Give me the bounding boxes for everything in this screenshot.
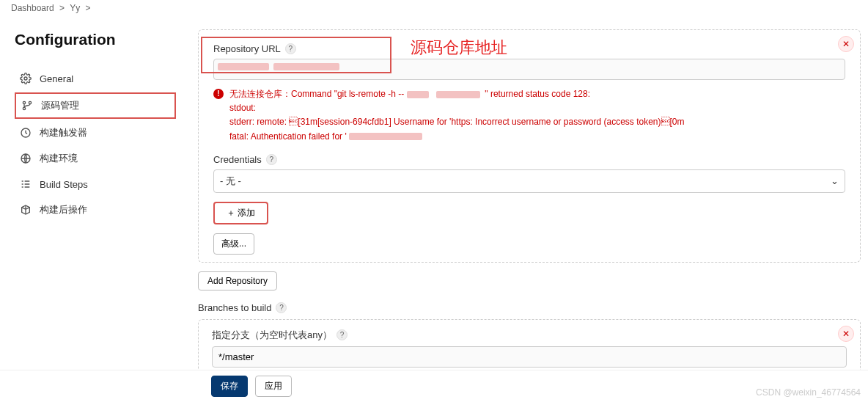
help-icon[interactable]: ? [285,43,296,54]
annotation-repo-label: 源码仓库地址 [411,37,507,59]
breadcrumb-sep: > [59,3,65,13]
sidebar-item-steps[interactable]: Build Steps [15,172,176,196]
error-line4: fatal: Authentication failed for ' [229,131,347,142]
remove-repository-button[interactable]: ✕ [838,36,854,52]
repository-panel: ✕ Repository URL ? ! 无法连接仓库：Command "git… [198,29,861,263]
breadcrumb: Dashboard > Yy > [0,0,868,16]
help-icon[interactable]: ? [276,302,287,313]
sidebar-item-general[interactable]: General [15,67,176,90]
page-title: Configuration [15,31,176,48]
add-label: 添加 [238,208,255,218]
svg-point-3 [29,101,31,103]
svg-point-0 [24,77,27,80]
sidebar-item-label: 构建环境 [40,152,78,165]
breadcrumb-sep2: > [86,3,91,13]
branches-title: Branches to build ? [198,302,861,313]
sidebar-item-postbuild[interactable]: 构建后操作 [15,198,176,222]
sidebar-item-scm[interactable]: 源码管理 [15,92,176,119]
credentials-label: Credentials ? [213,154,845,165]
repo-url-label: Repository URL ? [213,43,845,54]
help-icon[interactable]: ? [266,154,277,165]
branch-spec-label: 指定分支（为空时代表any） ? [212,329,847,342]
chevron-down-icon: ⌄ [831,175,839,186]
help-icon[interactable]: ? [336,329,347,340]
watermark: CSDN @weixin_46774564 [756,387,861,398]
sidebar-item-label: General [40,73,73,84]
sidebar: Configuration General 源码管理 构建触发器 构建环境 [0,16,191,374]
package-icon [19,203,32,216]
error-line2: stdout: [229,101,685,115]
credentials-label-text: Credentials [213,154,262,165]
credentials-select[interactable]: - 无 - ⌄ [213,169,845,193]
branch-spec-input[interactable] [212,346,847,368]
error-line1-suffix: " returned status code 128: [485,89,590,99]
breadcrumb-yy[interactable]: Yy [70,3,80,13]
sidebar-item-label: Build Steps [40,179,88,190]
svg-point-2 [23,107,25,109]
add-credentials-button[interactable]: ＋ 添加 [213,202,268,224]
svg-point-1 [23,101,25,103]
globe-icon [19,152,32,165]
branch-spec-label-text: 指定分支（为空时代表any） [212,329,332,342]
clock-icon [19,126,32,139]
sidebar-item-env[interactable]: 构建环境 [15,147,176,170]
error-block: ! 无法连接仓库：Command "git ls-remote -h -- " … [213,87,845,144]
gear-icon [19,72,32,85]
advanced-button[interactable]: 高级... [213,233,254,255]
footer-bar: 保存 应用 [0,370,868,402]
branch-panel: ✕ 指定分支（为空时代表any） ? [198,319,861,374]
repo-url-label-text: Repository URL [213,43,281,54]
error-line3: stderr: remote: [31m[session-694cfdb1] … [229,115,685,129]
sidebar-item-label: 源码管理 [41,99,79,112]
apply-button[interactable]: 应用 [255,376,292,397]
error-icon: ! [213,89,224,99]
breadcrumb-dashboard[interactable]: Dashboard [11,3,54,13]
content-area: ✕ Repository URL ? ! 无法连接仓库：Command "git… [191,16,868,374]
branch-icon [21,99,34,112]
plus-icon: ＋ [227,208,235,218]
add-repository-button[interactable]: Add Repository [198,271,277,290]
sidebar-item-label: 构建后操作 [40,203,87,216]
remove-branch-button[interactable]: ✕ [838,326,854,342]
credentials-value: - 无 - [220,175,241,188]
branches-title-text: Branches to build [198,302,271,313]
steps-icon [19,178,32,191]
sidebar-item-triggers[interactable]: 构建触发器 [15,121,176,145]
save-button[interactable]: 保存 [211,376,248,397]
error-line1-prefix: 无法连接仓库：Command "git ls-remote -h -- [229,89,407,99]
sidebar-item-label: 构建触发器 [40,126,87,139]
